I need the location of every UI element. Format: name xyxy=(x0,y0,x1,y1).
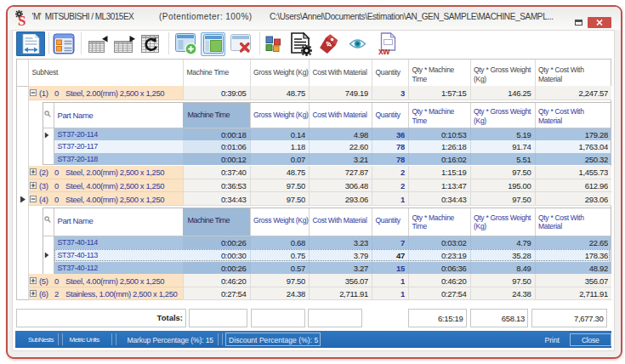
svg-text:S: S xyxy=(18,13,26,27)
svg-text:xw: xw xyxy=(378,46,390,56)
